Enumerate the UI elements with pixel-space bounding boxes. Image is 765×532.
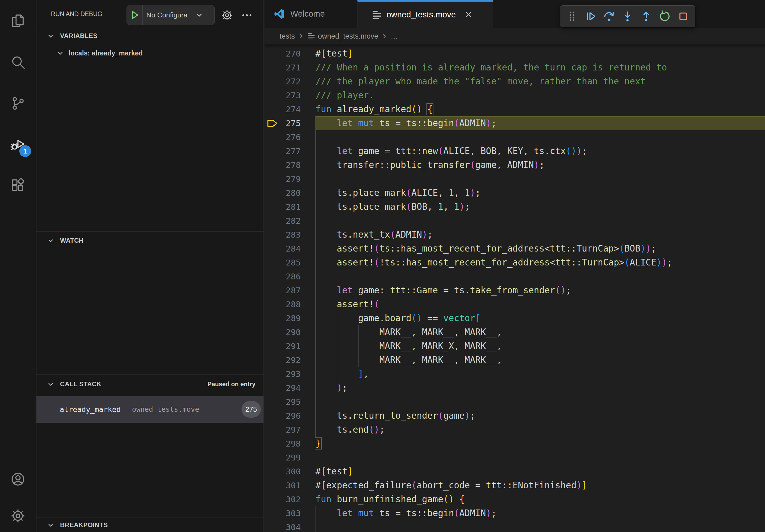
code-line-content[interactable]: #[expected_failure(abort_code = ttt::ENo…: [316, 478, 765, 492]
code-line[interactable]: 281 ts.place_mark(BOB, 1, 1);: [265, 200, 765, 214]
gutter[interactable]: 282: [265, 214, 316, 228]
line-number[interactable]: 302: [265, 492, 301, 506]
code-line[interactable]: 270#[test]: [265, 47, 765, 61]
line-number[interactable]: 283: [265, 228, 301, 242]
gutter[interactable]: 299: [265, 450, 316, 464]
code-line-content[interactable]: game.board() == vector[: [316, 311, 765, 325]
gutter[interactable]: 300: [265, 464, 316, 478]
line-number[interactable]: 284: [265, 242, 301, 256]
source-control-icon[interactable]: [0, 87, 36, 120]
code-line-content[interactable]: ts.return_to_sender(game);: [316, 409, 765, 423]
code-line[interactable]: 290 MARK__, MARK__, MARK__,: [265, 325, 765, 339]
code-line-content[interactable]: fun burn_unfinished_game() {: [316, 492, 765, 506]
line-number[interactable]: 275: [265, 116, 301, 130]
line-number[interactable]: 278: [265, 158, 301, 172]
line-number[interactable]: 304: [265, 520, 301, 532]
code-line[interactable]: 301#[expected_failure(abort_code = ttt::…: [265, 478, 765, 492]
gutter[interactable]: 272: [265, 75, 316, 89]
gutter[interactable]: 304: [265, 520, 316, 532]
line-number[interactable]: 290: [265, 325, 301, 339]
code-editor[interactable]: 270#[test]271/// When a position is alre…: [265, 45, 765, 532]
code-line-content[interactable]: ts.place_mark(ALICE, 1, 1);: [316, 186, 765, 200]
tab-welcome[interactable]: Welcome: [265, 0, 357, 28]
line-number[interactable]: 288: [265, 297, 301, 311]
code-line[interactable]: 285 assert!(!ts::has_most_recent_for_add…: [265, 256, 765, 269]
line-number[interactable]: 279: [265, 172, 301, 186]
code-line[interactable]: 271/// When a position is already marked…: [265, 61, 765, 75]
code-line[interactable]: 300#[test]: [265, 464, 765, 478]
gutter[interactable]: 277: [265, 144, 316, 158]
more-actions-icon[interactable]: [241, 9, 253, 21]
code-line[interactable]: 282: [265, 214, 765, 228]
stop-button[interactable]: [676, 8, 691, 25]
code-line[interactable]: 277 let game = ttt::new(ALICE, BOB, KEY,…: [265, 144, 765, 158]
code-line[interactable]: 302fun burn_unfinished_game() {: [265, 492, 765, 506]
line-number[interactable]: 289: [265, 311, 301, 325]
breakpoints-section-header[interactable]: BREAKPOINTS: [36, 518, 264, 532]
code-line-content[interactable]: let mut ts = ts::begin(ADMIN);: [316, 116, 765, 130]
line-number[interactable]: 286: [265, 269, 301, 283]
code-line-content[interactable]: transfer::public_transfer(game, ADMIN);: [316, 158, 765, 172]
line-number[interactable]: 298: [265, 437, 301, 450]
line-number[interactable]: 300: [265, 464, 301, 478]
code-line-content[interactable]: ts.place_mark(BOB, 1, 1);: [316, 200, 765, 214]
code-line[interactable]: 284 assert!(ts::has_most_recent_for_addr…: [265, 242, 765, 256]
variables-section-header[interactable]: VARIABLES: [36, 27, 264, 45]
code-line-content[interactable]: let game: ttt::Game = ts.take_from_sende…: [316, 283, 765, 297]
call-stack-section-header[interactable]: CALL STACK Paused on entry: [36, 375, 264, 394]
code-line-content[interactable]: }: [316, 437, 765, 450]
gutter[interactable]: 290: [265, 325, 316, 339]
code-line[interactable]: 293 ],: [265, 367, 765, 381]
code-line-content[interactable]: [316, 520, 765, 532]
line-number[interactable]: 282: [265, 214, 301, 228]
gutter[interactable]: 274: [265, 102, 316, 116]
code-line-content[interactable]: [316, 450, 765, 464]
line-number[interactable]: 273: [265, 89, 301, 102]
code-line[interactable]: 292 MARK__, MARK__, MARK__,: [265, 353, 765, 367]
gutter[interactable]: 275: [265, 116, 316, 130]
close-tab-icon[interactable]: ✕: [465, 10, 472, 20]
code-line[interactable]: 297 ts.end();: [265, 423, 765, 437]
code-line[interactable]: 298}: [265, 437, 765, 450]
gutter[interactable]: 273: [265, 89, 316, 102]
code-line[interactable]: 288 assert!(: [265, 297, 765, 311]
step-into-button[interactable]: [620, 8, 635, 25]
account-icon[interactable]: [0, 463, 36, 495]
breadcrumb-file[interactable]: owned_tests.move: [318, 32, 378, 40]
code-line[interactable]: 280 ts.place_mark(ALICE, 1, 1);: [265, 186, 765, 200]
line-number[interactable]: 301: [265, 478, 301, 492]
code-line[interactable]: 273/// player.: [265, 89, 765, 102]
code-line-content[interactable]: let game = ttt::new(ALICE, BOB, KEY, ts.…: [316, 144, 765, 158]
gutter[interactable]: 292: [265, 353, 316, 367]
code-line[interactable]: 275 let mut ts = ts::begin(ADMIN);: [265, 116, 765, 130]
line-number[interactable]: 271: [265, 61, 301, 75]
line-number[interactable]: 276: [265, 130, 301, 144]
line-number[interactable]: 274: [265, 102, 301, 116]
debug-config-button[interactable]: No Configura: [127, 5, 215, 25]
gutter[interactable]: 285: [265, 256, 316, 269]
code-line-content[interactable]: [316, 395, 765, 409]
gutter[interactable]: 302: [265, 492, 316, 506]
code-line-content[interactable]: [316, 214, 765, 228]
gutter[interactable]: 293: [265, 367, 316, 381]
line-number[interactable]: 296: [265, 409, 301, 423]
code-line[interactable]: 299: [265, 450, 765, 464]
code-line-content[interactable]: assert!(: [316, 297, 765, 311]
code-line[interactable]: 304: [265, 520, 765, 532]
code-line-content[interactable]: let mut ts = ts::begin(ADMIN);: [316, 506, 765, 520]
code-line[interactable]: 303 let mut ts = ts::begin(ADMIN);: [265, 506, 765, 520]
line-number[interactable]: 291: [265, 339, 301, 353]
code-line-content[interactable]: assert!(!ts::has_most_recent_for_address…: [316, 256, 765, 269]
gutter[interactable]: 283: [265, 228, 316, 242]
search-icon[interactable]: [0, 46, 36, 78]
line-number[interactable]: 293: [265, 367, 301, 381]
run-and-debug-icon[interactable]: 1: [0, 129, 36, 161]
gutter[interactable]: 286: [265, 269, 316, 283]
code-line-content[interactable]: fun already_marked() {: [316, 102, 765, 116]
code-line-content[interactable]: [316, 269, 765, 283]
code-line[interactable]: 287 let game: ttt::Game = ts.take_from_s…: [265, 283, 765, 297]
line-number[interactable]: 280: [265, 186, 301, 200]
code-line[interactable]: 286: [265, 269, 765, 283]
gutter[interactable]: 271: [265, 61, 316, 75]
code-line-content[interactable]: /// the player who made the "false" move…: [316, 75, 765, 89]
